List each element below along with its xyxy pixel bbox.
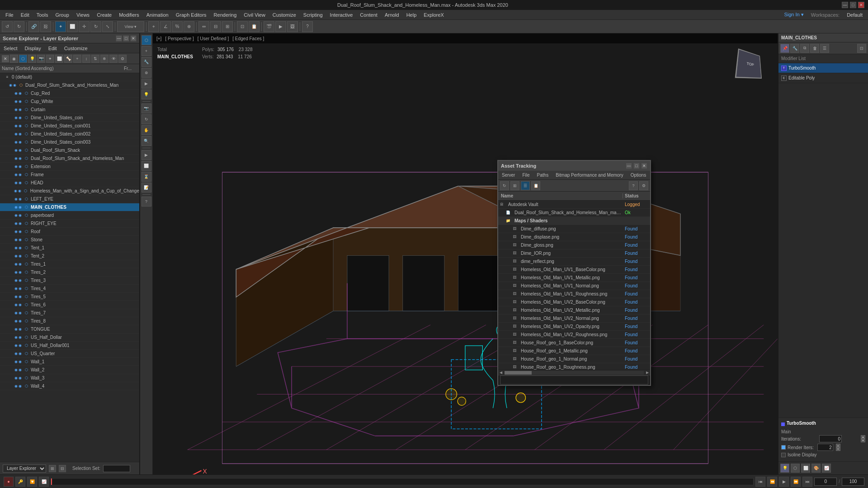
at-maximize-btn[interactable]: □ — [633, 163, 640, 169]
se-maximize-btn[interactable]: □ — [123, 35, 129, 42]
at-list-item[interactable]: 🖼Dime_gloss.pngFound — [498, 241, 650, 249]
at-scroll-left[interactable]: ◀ — [498, 371, 504, 375]
at-tb-settings[interactable]: ⚙ — [639, 181, 648, 190]
render-iters-check[interactable] — [781, 445, 786, 450]
lt-anim[interactable]: ⌛ — [142, 172, 151, 182]
at-list-item[interactable]: 🖼Homeless_Old_Man_UV2_Roughness.pngFound — [498, 331, 650, 339]
tb-undo[interactable]: ↺ — [2, 21, 13, 32]
render-iters-input[interactable] — [817, 444, 833, 451]
mod-vis-editable-poly[interactable]: E — [781, 75, 787, 81]
tb-scale[interactable]: ⤡ — [102, 21, 113, 32]
tb-move[interactable]: ✛ — [79, 21, 90, 32]
menu-graph-editors[interactable]: Graph Editors — [172, 11, 210, 19]
sign-in-btn[interactable]: Sign In ▾ — [780, 11, 807, 19]
se-minimize-btn[interactable]: — — [116, 35, 122, 42]
minimize-btn[interactable]: — — [842, 2, 848, 8]
at-list-item[interactable]: 🖼Homeless_Old_Man_UV2_BaseColor.pngFound — [498, 298, 650, 306]
close-btn[interactable]: ✕ — [858, 2, 864, 8]
mod-tb-cube[interactable]: ⬡ — [791, 464, 800, 473]
tree-item[interactable]: ◉◉⬡MAIN_CLOTHES — [0, 203, 139, 211]
se-close-btn[interactable]: ✕ — [130, 35, 137, 42]
se-tb-sort[interactable]: ↕ — [82, 55, 90, 63]
tree-item[interactable]: ◉◉⬡Tires_5 — [0, 293, 139, 301]
mod-tb-color[interactable]: 🎨 — [811, 464, 821, 473]
at-scroll-thumb[interactable] — [505, 371, 532, 375]
tb-spinner-snap[interactable]: ⊕ — [184, 21, 194, 32]
at-search-input[interactable] — [500, 375, 648, 385]
tb-unlink[interactable]: ⛓ — [40, 21, 51, 32]
mod-tb-material[interactable]: ⬜ — [801, 464, 810, 473]
at-horizontal-scrollbar[interactable]: ◀ ▶ — [498, 370, 650, 375]
menu-views[interactable]: Views — [73, 11, 93, 19]
at-list-item[interactable]: 🖼Homeless_Old_Man_UV1_Normal.pngFound — [498, 282, 650, 290]
menu-tools[interactable]: Tools — [33, 11, 52, 19]
se-tb-freeze[interactable]: ❄ — [100, 55, 108, 63]
tb-align-opts[interactable]: ⊞ — [222, 21, 233, 32]
layer-explorer-select[interactable]: Layer Explorer — [3, 465, 46, 473]
lt-render[interactable]: ▶ — [142, 150, 151, 160]
tree-item[interactable]: ◉◉⬡TONGUE — [0, 325, 139, 333]
viewport-perspective[interactable]: [ Perspective ] — [165, 36, 193, 41]
lt-material[interactable]: ⬜ — [142, 161, 151, 171]
tb-percent-snap[interactable]: % — [172, 21, 183, 32]
iterations-input[interactable] — [819, 435, 842, 442]
menu-edit[interactable]: Edit — [17, 11, 33, 19]
at-scroll-track[interactable] — [505, 371, 644, 375]
workspaces-value[interactable]: Default — [843, 11, 866, 19]
tree-item[interactable]: ◉◉⬡Tent_1 — [0, 244, 139, 252]
tb-select-region[interactable]: ⬜ — [67, 21, 78, 32]
tree-item[interactable]: ◉◉⬡Dual_Roof_Slum_Shack_and_Homeless_Man — [0, 155, 139, 163]
lt-create[interactable]: + — [142, 46, 151, 56]
at-list-item[interactable]: 🖼dime_reflect.pngFound — [498, 258, 650, 266]
tree-item[interactable]: ◉◉⬡Tires_8 — [0, 317, 139, 325]
menu-create[interactable]: Create — [93, 11, 115, 19]
at-list-item[interactable]: 🖼Homeless_Old_Man_UV1_BaseColor.pngFound — [498, 266, 650, 274]
lt-zoom[interactable]: 🔍 — [142, 136, 151, 146]
menu-interactive[interactable]: Interactive — [326, 11, 357, 19]
tb-mirror[interactable]: ⇔ — [198, 21, 209, 32]
tree-item[interactable]: ◉◉⬡Extension — [0, 163, 139, 171]
bb-auto-key[interactable]: ● — [4, 477, 14, 487]
se-tb-shapes[interactable]: ⬜ — [55, 55, 63, 63]
tree-item[interactable]: ◉◉⬡Dime_United_States_coin002 — [0, 130, 139, 138]
se-menu-select[interactable]: Select — [0, 45, 21, 52]
mod-tb-trash[interactable]: 🗑 — [810, 44, 819, 53]
at-menu-file[interactable]: File — [519, 172, 533, 178]
render-iters-up[interactable]: ▲ — [836, 444, 840, 447]
mod-tb-wrench[interactable]: 🔧 — [790, 44, 799, 53]
tree-item[interactable]: ◉◉⬡Stone — [0, 236, 139, 244]
se-bottom-btn1[interactable]: ⊞ — [49, 465, 56, 472]
se-tb-opts[interactable]: ⚙ — [118, 55, 127, 63]
at-list-item[interactable]: 📄Dual_Roof_Slum_Shack_and_Homeless_Man_m… — [498, 209, 650, 217]
modifier-editable-poly[interactable]: E Editable Poly — [778, 73, 868, 83]
at-menu-server[interactable]: Server — [498, 172, 519, 178]
lt-pan[interactable]: ✋ — [142, 125, 151, 135]
tree-item[interactable]: ◉◉⬡HEAD — [0, 179, 139, 187]
tb-angle-snap[interactable]: ∠ — [160, 21, 171, 32]
tree-item[interactable]: ◉◉⬡paperboard — [0, 211, 139, 220]
tree-item[interactable]: ◉◉⬡Frame — [0, 171, 139, 179]
lt-select-obj[interactable]: ⬡ — [142, 35, 151, 45]
tb-render[interactable]: ▶ — [275, 21, 286, 32]
at-menu-bitmap[interactable]: Bitmap Performance and Memory — [552, 172, 627, 178]
tree-item[interactable]: ◉◉⬡Wall_1 — [0, 358, 139, 366]
menu-help[interactable]: Help — [403, 11, 420, 19]
lt-display[interactable]: 💡 — [142, 89, 151, 99]
tb-layer-mgr[interactable]: ⊡ — [237, 21, 248, 32]
se-menu-display[interactable]: Display — [21, 45, 45, 52]
at-list-item[interactable]: 🖼Dime_IOR.pngFound — [498, 249, 650, 258]
bb-next-frame[interactable]: ⏭ — [802, 477, 812, 487]
tb-link[interactable]: 🔗 — [28, 21, 39, 32]
mod-tb-extra[interactable]: ⊡ — [857, 44, 866, 53]
tree-item[interactable]: ◉◉⬡Dual_Roof_Slum_Shack_and_Homeless_Man — [0, 81, 139, 89]
menu-explorex[interactable]: ExploreX — [420, 11, 448, 19]
at-list-item[interactable]: 🖼House_Roof_geo_1_Normal.pngFound — [498, 355, 650, 363]
tree-item[interactable]: ◉◉⬡Wall_2 — [0, 366, 139, 374]
se-menu-customize[interactable]: Customize — [61, 45, 91, 52]
tree-item[interactable]: ◉◉⬡Roof — [0, 228, 139, 236]
bb-set-key[interactable]: 🔑 — [15, 477, 25, 487]
at-tb-details[interactable]: 📋 — [531, 181, 540, 190]
cube-face[interactable]: TOP — [735, 48, 762, 79]
tree-item[interactable]: ◉◉⬡US_Quarter — [0, 350, 139, 358]
lt-modify[interactable]: 🔧 — [142, 57, 151, 67]
